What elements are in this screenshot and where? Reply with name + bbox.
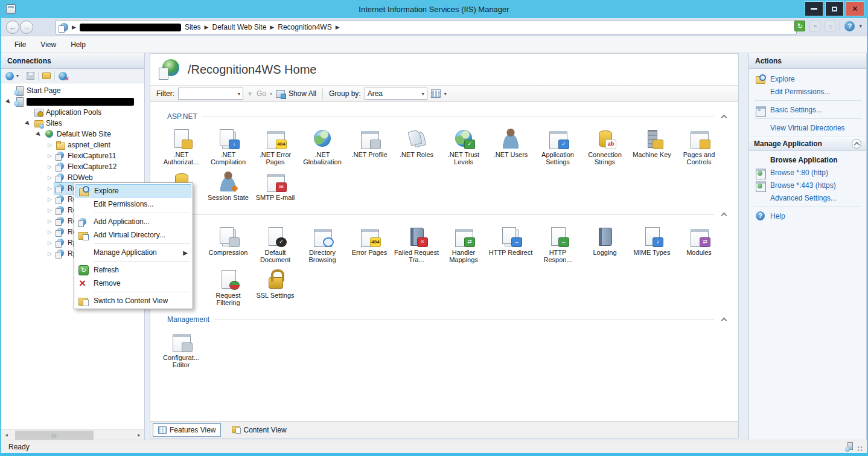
collapse-section-button[interactable] <box>719 316 729 323</box>
action-help[interactable]: Help <box>754 210 861 222</box>
feature-tile[interactable]: HTTP Redirect <box>487 224 534 267</box>
go-up-button[interactable] <box>42 71 51 81</box>
close-button[interactable]: ✕ <box>846 1 864 16</box>
breadcrumb-item-recognition4ws[interactable]: Recognition4WS <box>278 23 331 31</box>
feature-tile[interactable]: Handler Mappings <box>440 224 487 267</box>
context-menu-item-manage-application[interactable]: Manage Application ▶ <box>75 246 191 259</box>
tree-item[interactable]: FlexiCapture12 <box>1 161 144 172</box>
tree-expander-icon[interactable] <box>46 229 54 235</box>
feature-tile[interactable]: Machine Key <box>628 126 675 169</box>
context-menu-item-switch-content-view[interactable]: Switch to Content View <box>75 294 191 307</box>
tab-features-view[interactable]: Features View <box>153 423 221 437</box>
feature-tile[interactable]: Pages and Controls <box>675 126 723 169</box>
filter-input[interactable]: ▾ <box>178 88 243 100</box>
tree-expander-icon[interactable] <box>46 185 54 191</box>
tree-expander-icon[interactable] <box>5 98 13 104</box>
feature-tile[interactable]: .NET Globalization <box>299 126 346 169</box>
action-basic-settings[interactable]: Basic Settings... <box>754 103 861 116</box>
save-connections-button[interactable] <box>25 71 35 81</box>
feature-tile[interactable]: .NET Users <box>487 126 534 169</box>
menu-view[interactable]: View <box>34 39 62 51</box>
feature-tile[interactable]: .NET Roles <box>393 126 440 169</box>
menu-file[interactable]: File <box>8 39 32 51</box>
feature-tile[interactable]: MIME Types <box>628 224 675 267</box>
tree-item[interactable]: Application Pools <box>1 107 144 118</box>
tree-expander-icon[interactable] <box>35 131 43 137</box>
feature-tile[interactable]: SMTP E-mail <box>252 169 299 205</box>
feature-tile[interactable]: Session State <box>205 169 252 205</box>
context-menu-item-remove[interactable]: Remove <box>75 277 191 290</box>
scrollbar-thumb[interactable]: ||| <box>15 431 94 440</box>
show-all-button[interactable]: Show All <box>289 89 316 98</box>
context-menu-item-explore[interactable]: Explore <box>75 184 191 197</box>
tree-expander-icon[interactable] <box>46 164 54 170</box>
dropdown-caret-icon[interactable]: ▾ <box>238 91 240 97</box>
tree-item[interactable] <box>1 96 144 107</box>
tree-item[interactable]: Default Web Site <box>1 129 144 140</box>
help-icon[interactable]: ? <box>844 21 855 31</box>
action-browse-80[interactable]: Browse *:80 (http) <box>754 166 861 179</box>
minimize-button[interactable] <box>805 1 823 16</box>
tree-expander-icon[interactable] <box>46 175 54 181</box>
feature-tile[interactable]: Failed Request Tra... <box>393 224 440 267</box>
breadcrumb-item-sites[interactable]: Sites <box>185 23 201 31</box>
tree-expander-icon[interactable] <box>46 240 54 246</box>
tree-horizontal-scrollbar[interactable]: ◂ ||| ▸ <box>1 429 144 440</box>
feature-tile[interactable]: Default Document <box>252 224 299 267</box>
feature-tile[interactable]: Request Filtering <box>205 267 252 310</box>
resize-grip-icon[interactable] <box>847 442 863 452</box>
feature-tile[interactable]: Connection Strings <box>581 126 628 169</box>
context-menu-item-add-application[interactable]: Add Application... <box>75 215 191 228</box>
action-advanced-settings[interactable]: Advanced Settings... <box>754 191 861 204</box>
action-explore[interactable]: Explore <box>754 72 861 85</box>
feature-tile[interactable]: .NET Profile <box>346 126 393 169</box>
feature-tile[interactable]: Configurat... Editor <box>158 329 205 372</box>
tree-expander-icon[interactable] <box>46 218 54 224</box>
tree-expander-icon[interactable] <box>24 120 32 126</box>
feature-tile[interactable]: Directory Browsing <box>299 224 346 267</box>
breadcrumb[interactable]: ▶ Sites ▶ Default Web Site ▶ Recognition… <box>56 20 797 34</box>
tree-item[interactable]: aspnet_client <box>1 140 144 150</box>
tab-content-view[interactable]: Content View <box>227 424 291 436</box>
tree-expander-icon[interactable] <box>46 153 54 159</box>
tree-item[interactable]: RDWeb <box>1 172 144 183</box>
feature-tile[interactable]: Logging <box>581 224 628 267</box>
help-dropdown-caret-icon[interactable]: ▾ <box>859 23 862 29</box>
feature-tile[interactable]: HTTP Respon... <box>534 224 581 267</box>
back-button[interactable]: ← <box>6 21 19 34</box>
group-by-select[interactable]: Area ▾ <box>365 88 427 100</box>
tree-item[interactable]: Sites <box>1 118 144 129</box>
tree-item[interactable]: Start Page <box>1 85 144 96</box>
feature-tile[interactable]: .NET Compilation <box>205 126 252 169</box>
go-button[interactable]: Go <box>257 89 266 98</box>
action-view-virtual-directories[interactable]: View Virtual Directories <box>754 121 861 134</box>
feature-tile[interactable]: .NET Trust Levels <box>440 126 487 169</box>
tree-expander-icon[interactable] <box>46 142 54 148</box>
connect-to-server-button[interactable] <box>5 71 14 81</box>
manage-application-group-header[interactable]: Manage Application <box>749 136 866 151</box>
context-menu-item-refresh[interactable]: Refresh <box>75 263 191 277</box>
scroll-left-button[interactable]: ◂ <box>1 431 11 440</box>
connect-dropdown-caret-icon[interactable]: ▾ <box>16 73 19 79</box>
tree-item[interactable]: FlexiCapture11 <box>1 150 144 161</box>
feature-tile[interactable]: Compression <box>205 224 252 267</box>
restart-icon[interactable]: ↻ <box>794 21 805 31</box>
maximize-button[interactable] <box>825 1 844 16</box>
collapse-group-button[interactable] <box>852 139 861 149</box>
go-dropdown-caret-icon[interactable]: ▾ <box>270 91 272 97</box>
scroll-right-button[interactable]: ▸ <box>134 431 144 440</box>
feature-tile[interactable]: Application Settings <box>534 126 581 169</box>
collapse-section-button[interactable] <box>719 114 729 120</box>
view-mode-icon[interactable] <box>431 89 441 98</box>
feature-tile[interactable]: SSL Settings <box>252 267 299 310</box>
breadcrumb-item-default-web-site[interactable]: Default Web Site <box>212 23 267 31</box>
menu-help[interactable]: Help <box>65 39 92 51</box>
feature-tile[interactable]: .NET Error Pages <box>252 126 299 169</box>
tree-expander-icon[interactable] <box>46 196 54 202</box>
disconnect-button[interactable]: ✕ <box>58 71 68 81</box>
context-menu-item-edit-permissions[interactable]: Edit Permissions... <box>75 197 191 211</box>
view-mode-caret-icon[interactable]: ▾ <box>444 91 447 97</box>
tree-expander-icon[interactable] <box>46 207 54 213</box>
feature-tile[interactable]: .NET Authorizat... <box>158 126 205 169</box>
context-menu-item-add-virtual-directory[interactable]: Add Virtual Directory... <box>75 228 191 242</box>
